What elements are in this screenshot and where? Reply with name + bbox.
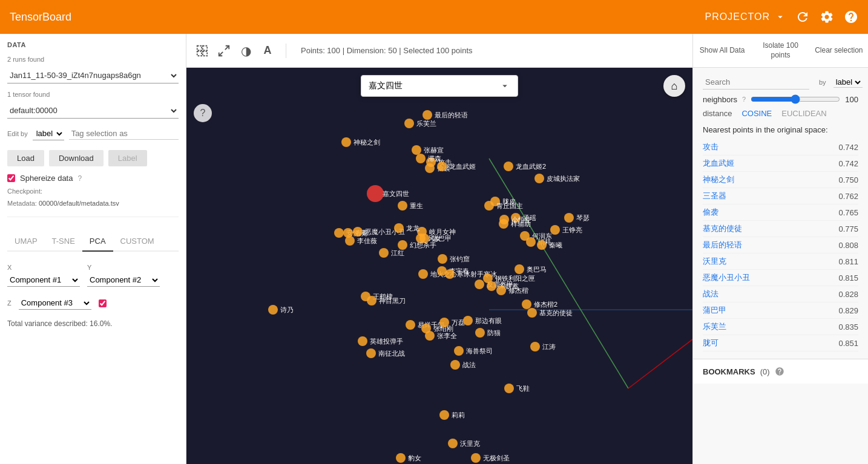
nearest-item-name[interactable]: 基克的使徒: [703, 223, 742, 234]
z-checkbox[interactable]: [99, 299, 107, 307]
nearest-item-name[interactable]: 龙血武姬: [703, 158, 734, 169]
toolbar-stats: Points: 100 | Dimension: 50 | Selected 1…: [301, 46, 473, 55]
nearest-item-name[interactable]: 战法: [703, 289, 718, 299]
night-mode-icon[interactable]: ◑: [237, 42, 254, 59]
load-button[interactable]: Load: [7, 150, 44, 166]
data-section-title: DATA: [7, 41, 179, 48]
svg-point-84: [343, 228, 353, 238]
svg-text:防猫: 防猫: [487, 329, 501, 336]
svg-text:乐芙兰: 乐芙兰: [416, 120, 436, 127]
point-selector: 嘉文四世: [361, 75, 518, 97]
run-selector[interactable]: Jan11_11-50-39_iZt4n7nugaps8a6gn: [7, 68, 179, 83]
nearest-item: 乐芙兰 0.835: [703, 319, 858, 335]
bookmarks-label: BOOKMARKS: [703, 367, 755, 376]
svg-text:龙血武姬: 龙血武姬: [449, 163, 476, 170]
nearest-points-list: 攻击 0.742 龙血武姬 0.742 神秘之剑 0.750 三圣器 0.762…: [703, 139, 858, 351]
nearest-item-score: 0.851: [838, 339, 858, 348]
tab-pca[interactable]: PCA: [82, 232, 113, 252]
neighbors-value: 100: [845, 95, 858, 104]
nearest-item-score: 0.775: [838, 224, 858, 234]
edit-row: Edit by label: [7, 127, 179, 140]
svg-point-116: [366, 348, 376, 358]
label-button[interactable]: Label: [108, 150, 147, 166]
nearest-item-name[interactable]: 最后的轻语: [703, 240, 742, 250]
x-component-selector[interactable]: Component #1: [7, 273, 80, 287]
projector-selector[interactable]: PROJECTOR: [705, 11, 786, 22]
distance-row: distance COSINE EUCLIDEAN: [703, 109, 858, 118]
settings-icon[interactable]: [820, 10, 834, 24]
nearest-item: 最后的轻语 0.808: [703, 237, 858, 253]
neighbors-slider[interactable]: [751, 94, 840, 104]
bookmarks-row: BOOKMARKS (0): [693, 359, 868, 384]
nearest-item-name[interactable]: 蒲巴甲: [703, 305, 726, 316]
search-row: by label: [703, 75, 858, 90]
point-dropdown[interactable]: 嘉文四世: [361, 75, 518, 97]
svg-rect-0: [197, 45, 202, 50]
distance-label: distance: [703, 109, 732, 118]
home-button[interactable]: ⌂: [663, 75, 685, 97]
canvas-area[interactable]: 嘉文四世 ⌂ ? 嘉文四世攻击偷袭滞森龙血武姬龙血武姬2神秘之剑最后的轻语乐芙兰…: [186, 68, 692, 464]
svg-point-82: [398, 240, 407, 250]
svg-point-14: [425, 163, 435, 173]
help-icon[interactable]: [844, 10, 858, 24]
isolate-button[interactable]: Isolate 100 points: [751, 34, 809, 67]
search-section: by label neighbors ? 100 distance COSINE…: [693, 68, 868, 359]
metadata-row: Metadata: 00000/default/metadata.tsv: [7, 200, 179, 207]
nearest-item-score: 0.815: [838, 273, 858, 283]
svg-text:嘉文四世: 嘉文四世: [383, 190, 409, 197]
tag-selection-input[interactable]: [69, 128, 179, 140]
svg-text:那边有眼: 那边有眼: [475, 317, 502, 324]
nearest-item-name[interactable]: 沃里克: [703, 256, 726, 267]
nearest-item-name[interactable]: 神秘之剑: [703, 174, 734, 185]
svg-point-128: [448, 439, 458, 448]
svg-point-62: [438, 254, 447, 264]
nearest-item-name[interactable]: 三圣器: [703, 191, 726, 201]
svg-point-108: [475, 328, 485, 338]
search-input[interactable]: [703, 75, 809, 90]
tab-umap[interactable]: UMAP: [7, 232, 45, 252]
help-button[interactable]: ?: [194, 104, 212, 122]
tab-custom[interactable]: CUSTOM: [113, 232, 162, 252]
svg-text:皮城执法家: 皮城执法家: [547, 175, 580, 182]
download-button[interactable]: Download: [49, 150, 104, 166]
cosine-button[interactable]: COSINE: [741, 109, 772, 118]
svg-point-86: [353, 227, 363, 237]
expand-icon[interactable]: [215, 42, 232, 59]
edit-by-selector[interactable]: label: [33, 127, 64, 140]
nearest-item-name[interactable]: 乐芙兰: [703, 321, 726, 332]
svg-rect-6: [186, 68, 692, 464]
selected-point-label: 嘉文四世: [369, 80, 403, 91]
label-icon[interactable]: A: [259, 42, 276, 59]
nearest-item-name[interactable]: 胧可: [703, 338, 718, 348]
svg-point-16: [416, 154, 426, 163]
svg-text:滞森: 滞森: [428, 155, 441, 162]
svg-rect-3: [203, 51, 207, 55]
clear-selection-button[interactable]: Clear selection: [810, 34, 868, 67]
z-component-selector[interactable]: Component #3: [19, 296, 91, 310]
show-all-button[interactable]: Show All Data: [693, 34, 751, 67]
tab-tsne[interactable]: T-SNE: [45, 232, 82, 252]
tensor-selector[interactable]: default:00000: [7, 103, 179, 119]
nearest-item-name[interactable]: 攻击: [703, 142, 718, 152]
metadata-value: 00000/default/metadata.tsv: [39, 200, 119, 207]
svg-point-18: [437, 162, 447, 171]
nearest-item: 神秘之剑 0.750: [703, 172, 858, 188]
svg-text:神目黑刀: 神目黑刀: [379, 297, 406, 304]
nearest-item-name[interactable]: 恶魔小丑小丑: [703, 272, 750, 283]
by-label: by: [819, 79, 826, 86]
metadata-label: Metadata:: [7, 200, 37, 207]
sphereize-checkbox[interactable]: [7, 174, 15, 182]
svg-text:无极剑圣: 无极剑圣: [483, 454, 510, 462]
svg-point-24: [422, 110, 432, 120]
svg-text:南征北战: 南征北战: [378, 350, 405, 357]
selection-box-icon[interactable]: [194, 42, 211, 59]
y-component-selector[interactable]: Component #2: [87, 273, 160, 287]
refresh-icon[interactable]: [795, 10, 810, 24]
nearest-title: Nearest points in the original space:: [703, 125, 858, 134]
svg-point-22: [341, 137, 351, 147]
euclidean-button[interactable]: EUCLIDEAN: [781, 109, 826, 118]
y-component-col: Y Component #2: [87, 264, 160, 287]
nearest-item-name[interactable]: 偷袭: [703, 207, 718, 218]
nearest-item: 胧可 0.851: [703, 335, 858, 351]
by-selector[interactable]: label: [833, 77, 863, 88]
